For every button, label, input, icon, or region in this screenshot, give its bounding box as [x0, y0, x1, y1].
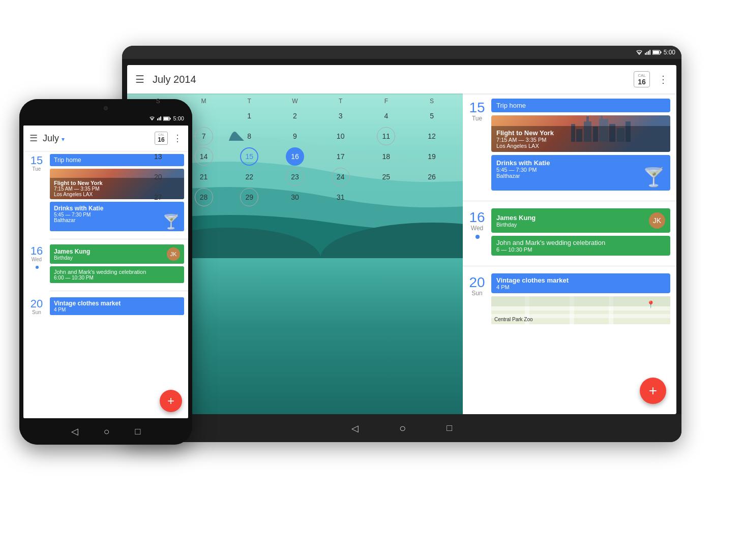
tablet-event-trip-home[interactable]: Trip home: [491, 99, 670, 112]
tablet-title: July 2014: [153, 74, 626, 85]
calendar-cell-9[interactable]: 9: [286, 127, 304, 145]
tablet-fab-button[interactable]: +: [640, 378, 666, 404]
tablet-date-15: 15 Tue: [463, 99, 491, 194]
phone-fab-button[interactable]: +: [160, 390, 182, 412]
tablet-event-flight[interactable]: Flight to New York 7:15 AM — 3:35 PM Los…: [491, 115, 670, 152]
tablet-back-button[interactable]: ◁: [351, 423, 359, 434]
calendar-cell-21[interactable]: 21: [195, 168, 213, 186]
calendar-cell-24[interactable]: 24: [332, 168, 350, 186]
svg-rect-26: [491, 306, 670, 310]
calendar-cell-12[interactable]: 12: [423, 127, 441, 145]
calendar-cell-7[interactable]: 7: [195, 127, 213, 145]
tablet-event-market[interactable]: Vintage clothes market 4 PM: [491, 273, 670, 293]
phone-date-16: 16 Wed: [23, 244, 50, 286]
tablet-events-15: Trip home: [491, 99, 676, 194]
drinks-time: 5:45 — 7:30 PM: [496, 167, 665, 173]
phone-date-20: 20 Sun: [23, 297, 50, 318]
tablet-calendar-day-headers: S M T W T F S: [127, 94, 463, 107]
calendar-cell-28[interactable]: 28: [195, 188, 213, 206]
flight-location: Los Angeles LAX: [496, 143, 665, 149]
tablet-dot-16: [475, 235, 480, 239]
phone-menu-button[interactable]: ☰: [29, 133, 38, 144]
tablet-map-preview[interactable]: 📍 Central Park Zoo: [491, 296, 670, 324]
calendar-cell-8[interactable]: 8: [240, 127, 258, 145]
svg-rect-1: [660, 51, 661, 53]
phone-home-button[interactable]: ○: [104, 426, 110, 438]
calendar-cell-25[interactable]: 25: [377, 168, 395, 186]
calendar-cell-30[interactable]: 30: [286, 188, 304, 206]
calendar-cell-16[interactable]: 16: [286, 147, 304, 166]
calendar-cell-1[interactable]: 1: [240, 107, 258, 125]
calendar-cell-18[interactable]: 18: [377, 147, 395, 166]
calendar-cell-17[interactable]: 17: [332, 147, 350, 166]
phone-title-arrow: ▾: [62, 136, 65, 143]
wedding-time: 6 — 10:30 PM: [496, 246, 665, 253]
calendar-cell-3[interactable]: 3: [332, 107, 350, 125]
james-avatar: JK: [649, 212, 665, 229]
tablet-event-drinks[interactable]: Drinks with Katie 5:45 — 7:30 PM Balthaz…: [491, 155, 670, 191]
svg-rect-2: [653, 51, 659, 54]
tablet-date-20: 20 Sun: [463, 273, 491, 327]
tablet-screen: 🐠 🐟 🐟 🐟 ☰ July 2014 CAL 16 ⋮ S: [127, 65, 676, 414]
flight-title: Flight to New York: [496, 129, 665, 137]
calendar-cell-26[interactable]: 26: [423, 168, 441, 186]
wedding-title: John and Mark's wedding celebration: [496, 239, 665, 246]
map-pin-icon: 📍: [646, 300, 655, 308]
phone-dot-16: [36, 266, 39, 269]
tablet-cal-icon[interactable]: CAL 16: [634, 71, 650, 87]
calendar-cell-14[interactable]: 14: [195, 147, 213, 166]
calendar-cell-27[interactable]: 27: [149, 188, 167, 206]
phone-cal-icon[interactable]: CAL 16: [155, 132, 168, 145]
phone-camera: [104, 106, 108, 110]
calendar-cell-15[interactable]: 15: [240, 147, 258, 166]
tablet-home-button[interactable]: ○: [399, 422, 406, 435]
calendar-cell-23[interactable]: 23: [286, 168, 304, 186]
tablet-status-icons: 5:00: [636, 49, 675, 56]
calendar-cell-31[interactable]: 31: [332, 188, 350, 206]
birthday-name: James Kung: [496, 214, 536, 222]
phone-birthday-name: James Kung: [54, 248, 90, 255]
signal-icon: [645, 50, 650, 55]
tablet-device: 5:00: [122, 46, 681, 442]
tablet-time: 5:00: [664, 49, 675, 56]
phone-birthday-label: Birthday: [54, 255, 90, 261]
phone-toolbar: ☰ July ▾ CAL 16 ⋮: [23, 126, 188, 151]
tablet-menu-button[interactable]: ☰: [135, 73, 144, 85]
market-title: Vintage clothes market: [496, 276, 665, 284]
drinks-location: Balthazar: [496, 173, 665, 179]
battery-icon: [652, 50, 662, 55]
map-address: Central Park Zoo: [494, 317, 533, 322]
svg-rect-21: [601, 115, 603, 120]
birthday-label: Birthday: [496, 222, 536, 228]
tablet-events-20: Vintage clothes market 4 PM: [491, 273, 676, 327]
calendar-cell-11[interactable]: 11: [377, 127, 395, 145]
phone-back-button[interactable]: ◁: [71, 426, 78, 437]
tablet-event-birthday[interactable]: James Kung Birthday JK: [491, 208, 670, 233]
calendar-cell-22[interactable]: 22: [240, 168, 258, 186]
tablet-calendar-grid: 1234567891011121314151617181920212223242…: [127, 107, 463, 206]
calendar-cell-19[interactable]: 19: [423, 147, 441, 166]
tablet-date-16: 16 Wed: [463, 208, 491, 259]
phone-more-button[interactable]: ⋮: [173, 133, 182, 144]
phone-recent-button[interactable]: □: [135, 426, 141, 437]
tablet-status-bar: 5:00: [122, 46, 681, 59]
svg-rect-18: [586, 116, 589, 122]
calendar-cell-2[interactable]: 2: [286, 107, 304, 125]
martini-icon: 🍸: [642, 167, 665, 188]
calendar-cell-10[interactable]: 10: [332, 127, 350, 145]
tablet-day-16: 16 Wed James Kung Birthday JK: [463, 203, 676, 264]
phone-title: July ▾: [43, 133, 150, 144]
tablet-day-20: 20 Sun Vintage clothes market 4 PM: [463, 268, 676, 332]
phone-nav-bar: ◁ ○ □: [19, 418, 192, 445]
tablet-recent-button[interactable]: □: [447, 423, 452, 433]
tablet-nav-bar: ◁ ○ □: [122, 414, 681, 442]
tablet-more-button[interactable]: ⋮: [658, 73, 668, 85]
scene: 5:00: [0, 0, 743, 560]
calendar-cell-5[interactable]: 5: [423, 107, 441, 125]
tablet-events-panel: 15 Tue Trip home: [463, 94, 676, 414]
phone-date-15: 15 Tue: [23, 154, 50, 234]
calendar-cell-4[interactable]: 4: [377, 107, 395, 125]
calendar-cell-20[interactable]: 20: [149, 168, 167, 186]
tablet-event-wedding[interactable]: John and Mark's wedding celebration 6 — …: [491, 236, 670, 256]
calendar-cell-29[interactable]: 29: [240, 188, 258, 206]
